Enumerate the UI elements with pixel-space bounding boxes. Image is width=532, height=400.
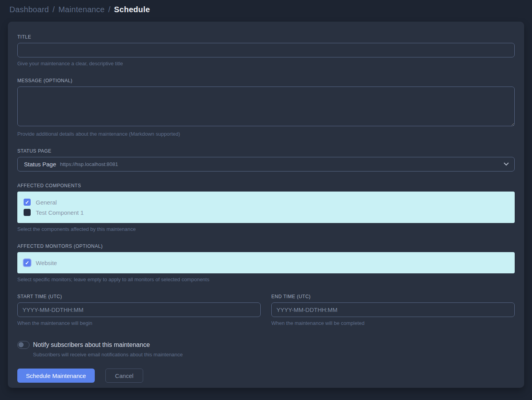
status-page-selected-name: Status Page [24, 161, 56, 168]
status-page-field-group: STATUS PAGE Status Page https://hsp.loca… [17, 148, 515, 171]
title-helper-text: Give your maintenance a clear, descripti… [17, 61, 515, 66]
status-page-selected-url: https://hsp.localhost:8081 [60, 161, 118, 167]
breadcrumb-separator: / [53, 5, 55, 14]
affected-monitors-group: AFFECTED MONITORS (OPTIONAL) ✓ Website S… [17, 243, 515, 282]
breadcrumb: Dashboard / Maintenance / Schedule [9, 5, 523, 14]
page-header: Dashboard / Maintenance / Schedule [0, 0, 532, 18]
title-field-group: TITLE Give your maintenance a clear, des… [17, 34, 515, 66]
toggle-knob [18, 342, 24, 347]
notify-subscribers-group: Notify subscribers about this maintenanc… [17, 341, 515, 358]
affected-components-helper-text: Select the components affected by this m… [17, 226, 515, 232]
chevron-down-icon [504, 160, 509, 166]
start-time-helper-text: When the maintenance will begin [17, 320, 261, 326]
affected-monitors-label: AFFECTED MONITORS (OPTIONAL) [17, 243, 515, 249]
title-input[interactable] [17, 43, 515, 57]
message-label: MESSAGE (OPTIONAL) [17, 78, 515, 83]
breadcrumb-schedule: Schedule [114, 5, 150, 14]
form-actions: Schedule Maintenance Cancel [17, 369, 515, 383]
notify-helper-text: Subscribers will receive email notificat… [33, 352, 515, 358]
checkbox-general-checked[interactable]: ✓ [24, 199, 31, 206]
checkmark-icon: ✓ [25, 200, 29, 205]
checkmark-icon: ✓ [25, 260, 29, 265]
breadcrumb-maintenance[interactable]: Maintenance [58, 5, 105, 14]
monitor-option-label: Website [36, 260, 57, 266]
affected-components-group: AFFECTED COMPONENTS ✓ General Test Compo… [17, 183, 515, 232]
end-time-input[interactable] [271, 302, 515, 317]
message-textarea[interactable] [17, 87, 515, 126]
affected-components-panel: ✓ General Test Component 1 [17, 192, 515, 223]
breadcrumb-dashboard[interactable]: Dashboard [9, 5, 49, 14]
component-option-general[interactable]: ✓ General [24, 197, 508, 207]
checkbox-test-component-1-unchecked[interactable] [24, 209, 31, 216]
start-time-field-group: START TIME (UTC) When the maintenance wi… [17, 294, 261, 326]
title-label: TITLE [17, 34, 515, 40]
affected-components-label: AFFECTED COMPONENTS [17, 183, 515, 188]
checkbox-website-checked[interactable]: ✓ [24, 259, 31, 266]
breadcrumb-separator: / [108, 5, 110, 14]
end-time-label: END TIME (UTC) [271, 294, 515, 299]
notify-toggle-switch[interactable] [17, 341, 29, 349]
cancel-button[interactable]: Cancel [105, 369, 144, 383]
component-option-test-component-1[interactable]: Test Component 1 [24, 207, 508, 218]
component-option-label: General [36, 199, 57, 206]
message-helper-text: Provide additional details about the mai… [17, 131, 515, 137]
start-time-label: START TIME (UTC) [17, 294, 261, 299]
monitor-option-website[interactable]: ✓ Website [24, 258, 508, 268]
message-field-group: MESSAGE (OPTIONAL) Provide additional de… [17, 78, 515, 137]
notify-toggle-row: Notify subscribers about this maintenanc… [17, 341, 515, 349]
end-time-field-group: END TIME (UTC) When the maintenance will… [271, 294, 515, 326]
schedule-maintenance-form-card: TITLE Give your maintenance a clear, des… [8, 22, 524, 388]
status-page-select[interactable]: Status Page https://hsp.localhost:8081 [17, 157, 515, 171]
notify-toggle-label[interactable]: Notify subscribers about this maintenanc… [33, 341, 150, 348]
component-option-label: Test Component 1 [36, 209, 84, 216]
start-time-input[interactable] [17, 302, 261, 317]
affected-monitors-helper-text: Select specific monitors; leave empty to… [17, 276, 515, 282]
end-time-helper-text: When the maintenance will be completed [271, 320, 515, 326]
time-fields-row: START TIME (UTC) When the maintenance wi… [17, 294, 515, 326]
status-page-label: STATUS PAGE [17, 148, 515, 154]
schedule-maintenance-button[interactable]: Schedule Maintenance [17, 369, 95, 383]
affected-monitors-panel: ✓ Website [17, 252, 515, 273]
